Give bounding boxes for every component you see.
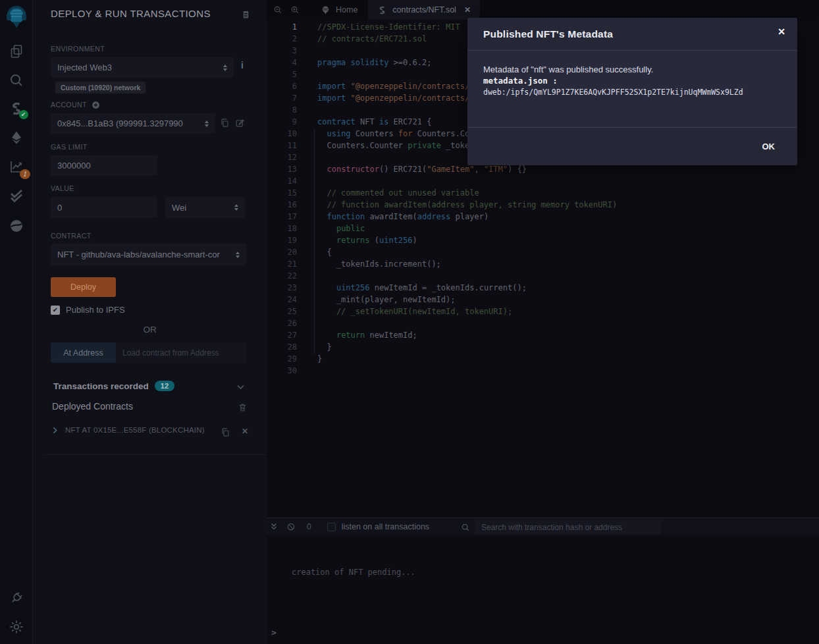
settings-icon[interactable] <box>9 619 24 635</box>
static-analysis-icon[interactable]: 1 <box>9 159 24 174</box>
code-line[interactable]: } <box>317 353 819 365</box>
line-number[interactable]: 24 <box>267 294 300 306</box>
line-number[interactable]: 20 <box>267 246 300 258</box>
deployed-contracts-label: Deployed Contracts <box>52 401 133 412</box>
line-number[interactable]: 29 <box>267 353 300 365</box>
environment-select[interactable]: Injected Web3 <box>51 57 234 78</box>
code-line[interactable]: // _setTokenURI(newItemId, tokenURI); <box>317 306 819 317</box>
editor-zoom-out-icon[interactable] <box>269 0 286 20</box>
tab-nft-sol[interactable]: contracts/NFT.sol ✕ <box>368 0 480 20</box>
code-line[interactable]: _mint(player, newItemId); <box>317 294 819 306</box>
listen-transactions-label: listen on all transactions <box>342 522 429 531</box>
code-line[interactable]: { <box>317 246 819 258</box>
editor-zoom-in-icon[interactable] <box>286 0 304 20</box>
terminal-search-input[interactable] <box>475 520 661 534</box>
line-number[interactable]: 18 <box>267 223 300 234</box>
line-number[interactable]: 8 <box>267 104 300 116</box>
account-select[interactable]: 0x845...B1aB3 (999991.3297990 <box>51 113 215 134</box>
at-address-button[interactable]: At Address <box>51 342 116 363</box>
value-unit: Wei <box>172 203 186 213</box>
line-number[interactable]: 11 <box>267 140 300 151</box>
terminal-prompt[interactable]: > <box>271 628 277 637</box>
file-explorer-icon[interactable] <box>9 43 24 59</box>
environment-label: ENVIRONMENT <box>51 45 105 53</box>
select-arrows-icon <box>234 204 238 211</box>
tab-home[interactable]: Home <box>311 0 367 20</box>
line-number[interactable]: 5 <box>267 68 300 80</box>
contract-select[interactable]: NFT - github/ava-labs/avalanche-smart-co… <box>51 244 246 265</box>
at-address-input[interactable] <box>116 342 246 363</box>
line-number[interactable]: 14 <box>267 175 300 187</box>
line-number[interactable]: 3 <box>267 45 300 57</box>
line-number[interactable]: 7 <box>267 92 300 104</box>
code-line[interactable] <box>317 175 819 187</box>
line-number[interactable]: 12 <box>267 151 300 163</box>
deploy-button[interactable]: Deploy <box>51 277 116 297</box>
code-line[interactable]: _tokenIds.increment(); <box>317 258 819 270</box>
environment-info-icon[interactable]: i <box>241 60 244 70</box>
ok-button[interactable]: OK <box>757 138 781 155</box>
code-line[interactable]: returns (uint256) <box>317 234 819 246</box>
sign-message-icon[interactable] <box>235 118 245 128</box>
terminal-search-icon <box>461 523 470 532</box>
chevron-down-icon[interactable] <box>236 382 246 392</box>
code-line[interactable]: } <box>317 341 819 353</box>
plugin-manager-icon[interactable] <box>9 590 24 606</box>
line-number[interactable]: 13 <box>267 163 300 175</box>
select-arrows-icon <box>205 121 209 127</box>
line-number[interactable]: 10 <box>267 128 300 140</box>
line-number[interactable]: 23 <box>267 282 300 294</box>
gas-limit-input[interactable] <box>51 155 157 176</box>
value-input[interactable] <box>51 197 157 218</box>
add-account-icon[interactable] <box>92 100 100 109</box>
line-number[interactable]: 22 <box>267 270 300 282</box>
search-icon[interactable] <box>9 72 24 88</box>
transactions-recorded-header[interactable]: Transactions recorded 12 <box>53 381 174 391</box>
line-number[interactable]: 30 <box>267 365 300 377</box>
line-number[interactable]: 26 <box>267 317 300 329</box>
line-number[interactable]: 4 <box>267 57 300 68</box>
line-number[interactable]: 17 <box>267 211 300 223</box>
line-number[interactable]: 1 <box>267 21 300 33</box>
code-line[interactable] <box>317 270 819 282</box>
deployed-contract-row[interactable]: NFT AT 0X15E...E558F (BLOCKCHAIN) <box>51 425 205 434</box>
solidity-compiler-icon[interactable]: ✔ <box>9 101 24 117</box>
line-number[interactable]: 21 <box>267 258 300 270</box>
code-line[interactable]: function awardItem(address player) <box>317 211 819 223</box>
code-line[interactable] <box>317 365 819 377</box>
code-line[interactable]: // function awardItem(address player, st… <box>317 199 819 211</box>
copy-contract-icon[interactable] <box>221 427 230 437</box>
modal-close-icon[interactable]: ✕ <box>778 26 785 37</box>
chevron-right-icon[interactable] <box>51 425 59 434</box>
line-number[interactable]: 15 <box>267 187 300 199</box>
close-tab-icon[interactable]: ✕ <box>464 5 471 14</box>
expand-terminal-icon[interactable] <box>269 522 278 531</box>
trash-icon[interactable] <box>238 402 248 412</box>
remix-logo-icon[interactable] <box>4 4 29 30</box>
unit-testing-icon[interactable] <box>9 188 24 203</box>
value-unit-select[interactable]: Wei <box>165 197 245 218</box>
copy-account-icon[interactable] <box>220 118 230 128</box>
icon-sidebar: ✔ 1 <box>0 0 33 644</box>
line-number[interactable]: 6 <box>267 80 300 92</box>
docs-icon[interactable] <box>241 10 251 20</box>
sourcify-icon[interactable] <box>9 218 24 234</box>
line-number[interactable]: 28 <box>267 341 300 353</box>
deploy-and-run-icon[interactable] <box>9 130 24 146</box>
code-line[interactable]: // commented out unused variable <box>317 187 819 199</box>
code-line[interactable]: public <box>317 223 819 234</box>
publish-to-ipfs-checkbox[interactable]: ✔ <box>51 306 60 315</box>
line-number[interactable]: 25 <box>267 306 300 317</box>
listen-transactions-checkbox[interactable] <box>327 523 336 531</box>
value-label: VALUE <box>51 184 74 192</box>
clear-console-icon[interactable] <box>286 522 296 531</box>
line-number[interactable]: 16 <box>267 199 300 211</box>
line-number[interactable]: 2 <box>267 33 300 45</box>
line-number[interactable]: 27 <box>267 329 300 341</box>
code-line[interactable]: return newItemId; <box>317 329 819 341</box>
code-line[interactable] <box>317 317 819 329</box>
line-number[interactable]: 19 <box>267 234 300 246</box>
code-line[interactable]: uint256 newItemId = _tokenIds.current(); <box>317 282 819 294</box>
line-number[interactable]: 9 <box>267 116 300 128</box>
remove-contract-icon[interactable]: ✕ <box>242 427 248 436</box>
